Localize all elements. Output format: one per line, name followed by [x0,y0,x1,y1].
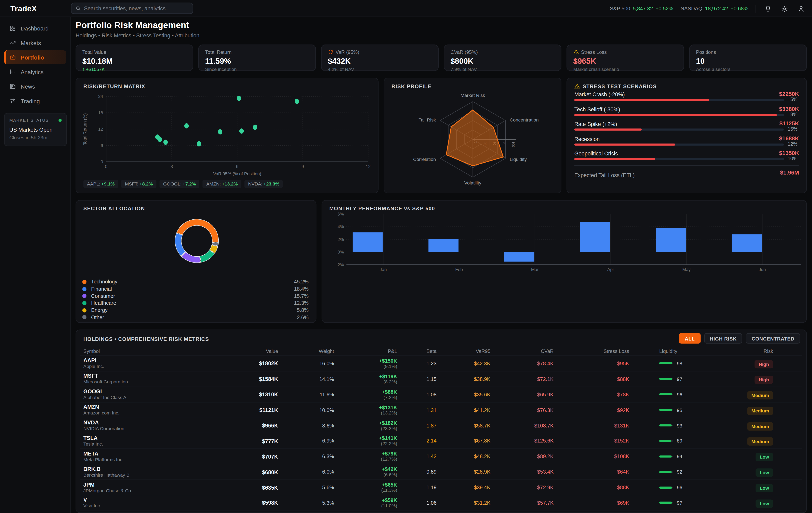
cell-risk: Medium [713,436,802,446]
sidebar-item-news[interactable]: News [4,79,66,93]
cell-var95: $28.9K [443,469,497,475]
pnl-amount: +$131K [340,405,397,410]
legend-label: Other [91,315,104,320]
cell-weight: 5.6% [284,485,340,490]
scatter-point-msft [158,137,162,142]
cell-var95: $48.2K [443,454,497,459]
liquidity-bar-fill [659,440,671,442]
cell-risk: High [713,374,802,384]
scenario-loss: $1125K [780,120,799,127]
radar-axis-label-market-risk: Market Risk [461,93,485,98]
liquidity-score: 98 [677,361,682,366]
kpi-value: $965K [573,56,677,65]
sidebar-item-portfolio[interactable]: Portfolio [4,50,66,64]
holding-row-brk-b[interactable]: BRK.BBerkshire Hathaway B$680K6.0%+$42K(… [80,464,802,480]
legend-percent: 5.8% [297,307,309,313]
cell-var95: $39.4K [443,485,497,490]
liquidity-bar-track [659,425,673,427]
holding-row-nvda[interactable]: NVDANVIDIA Corporation$966K8.6%+$182K(23… [80,418,802,433]
markets-trend-icon [9,39,16,46]
sidebar-item-analytics[interactable]: Analytics [4,65,66,79]
pnl-amount: +$119K [340,373,397,379]
scenario-name: Market Crash (-20%) [574,91,625,98]
liquidity-bar-fill [659,471,672,473]
search-input[interactable] [84,5,188,11]
cell-symbol: NVDANVIDIA Corporation [80,420,251,431]
scatter-tag-msft: MSFT:+8.2% [121,180,156,188]
search-icon [76,5,81,11]
kpi-card-stress-loss: Stress Loss$965KMarket crash scenario [567,45,684,71]
sidebar-item-dashboard[interactable]: Dashboard [4,21,66,35]
user-icon[interactable] [796,4,806,13]
holding-row-aapl[interactable]: AAPLApple Inc.$1802K16.0%+$150K(9.1%)1.2… [80,356,802,371]
cell-symbol: METAMeta Platforms Inc. [80,451,251,462]
analytics-bars-icon [9,69,16,75]
liquidity-score: 95 [677,407,682,413]
holding-row-jpm[interactable]: JPMJPMorgan Chase & Co.$635K5.6%+$65K(11… [80,480,802,495]
sidebar-item-label: Trading [21,98,40,104]
cell-weight: 16.0% [284,361,340,366]
cell-var95: $67.8K [443,438,497,444]
risk-badge: Low [756,500,773,508]
cell-stress-loss: $69K [560,500,635,506]
ticker-value: 5,847.32 [633,6,653,11]
cell-beta: 1.19 [403,485,443,490]
shield-icon [328,49,334,55]
radar-axis-label-concentration: Concentration [510,117,539,123]
holding-row-msft[interactable]: MSFTMicrosoft Corporation$1584K14.1%+$11… [80,371,802,387]
column-header-symbol: Symbol [80,348,251,354]
y-tick-label: 4% [338,224,344,229]
holding-row-v[interactable]: VVisa Inc.$598K5.3%+$59K(11.0%)1.06$31.2… [80,495,802,511]
filter-button-concentrated[interactable]: CONCENTRATED [746,333,800,344]
cell-stress-loss: $64K [560,469,635,475]
liquidity-score: 93 [677,423,682,428]
cell-pnl: +$79K(12.7%) [340,451,403,462]
cell-risk: Medium [713,421,802,430]
cell-cvar: $57.7K [497,500,560,506]
expected-tail-loss-row: Expected Tail Loss (ETL) $1.96M [574,165,799,180]
donut-segment-financial [175,233,185,256]
liquidity-bar-fill [659,378,672,380]
scatter-tag-aapl: AAPL:+9.1% [83,180,118,188]
cell-pnl: +$88K(7.2%) [340,389,403,400]
bell-icon[interactable] [763,4,773,13]
ticker-s-p-500: S&P 5005,847.32+0.52% [610,6,673,11]
sidebar-item-label: Analytics [21,69,44,75]
cell-value: $707K [251,453,284,460]
liquidity-score: 96 [677,392,682,397]
cell-stress-loss: $78K [560,392,635,397]
risk-badge: Low [756,453,773,461]
y-tick-label: 18 [98,110,103,115]
y-tick-label: -2% [336,262,344,267]
liquidity-score: 89 [677,438,682,444]
scenario-loss: $1350K [779,150,799,156]
holding-row-meta[interactable]: METAMeta Platforms Inc.$707K6.3%+$79K(12… [80,449,802,464]
cell-stress-loss: $95K [560,361,635,366]
cell-symbol: TSLATesla Inc. [80,435,251,447]
cell-var95: $58.7K [443,423,497,428]
pnl-percent: (12.7%) [340,457,397,462]
pnl-amount: +$182K [340,420,397,426]
filter-button-high-risk[interactable]: HIGH RISK [704,333,742,344]
pnl-percent: (11.3%) [340,488,397,493]
holding-row-googl[interactable]: GOOGLAlphabet Inc Class A$1310K11.6%+$88… [80,387,802,403]
liquidity-bar-fill [659,425,672,427]
holding-row-tsla[interactable]: TSLATesla Inc.$777K6.9%+$141K(22.2%)2.14… [80,433,802,449]
kpi-label: VaR (95%) [328,49,432,55]
kpi-subtext: 4.2% of NAV [328,67,432,72]
liquidity-score: 97 [677,376,682,382]
gear-icon[interactable] [780,4,789,13]
kpi-value: 11.59% [205,56,309,65]
sidebar-item-markets[interactable]: Markets [4,36,66,50]
column-header-stress-loss: Stress Loss [560,348,635,354]
filter-button-all[interactable]: ALL [679,333,700,344]
page-title: Portfolio Risk Management [76,20,189,30]
holding-symbol: AAPL [83,358,251,363]
holdings-rows: AAPLApple Inc.$1802K16.0%+$150K(9.1%)1.2… [80,356,802,512]
holding-row-amzn[interactable]: AMZNAmazon.com Inc.$1121K10.0%+$131K(13.… [80,403,802,418]
scatter-tag-amzn: AMZN:+13.2% [203,180,241,188]
cell-cvar: $89.2K [497,454,560,459]
cell-risk: High [713,358,802,368]
warning-icon [573,49,579,55]
sidebar-item-trading[interactable]: Trading [4,94,66,108]
